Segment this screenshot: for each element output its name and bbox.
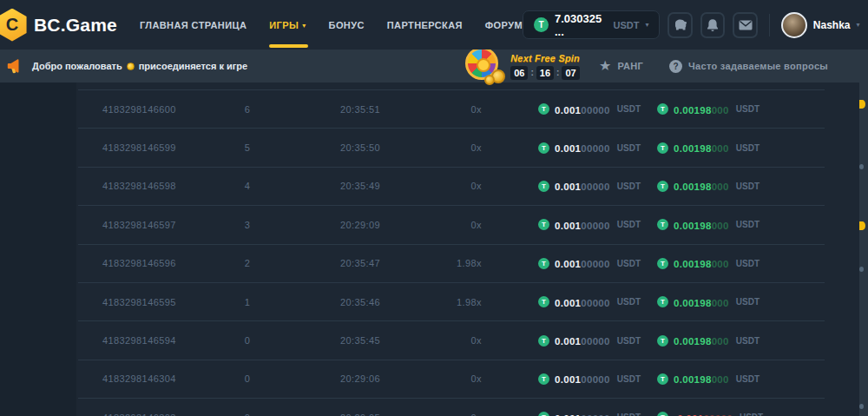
table-row[interactable]: 4183298146303 0 20:29:05 0x T 0.00100000… (78, 398, 825, 416)
user-menu[interactable]: Nashka ▾ (781, 12, 860, 38)
table-row[interactable]: 4183298146597 3 20:29:09 0x T 0.00100000… (78, 205, 825, 243)
next-free-spin-title: Next Free Spin (510, 53, 580, 63)
table-row[interactable]: 4183298146594 0 20:35:45 0x T 0.00100000… (78, 320, 825, 359)
bet-amount: T 0.00100000 USDT (482, 102, 647, 117)
messages-button[interactable] (733, 12, 757, 38)
bet-time: 20:35:51 (286, 104, 434, 115)
bet-time: 20:29:06 (286, 373, 434, 384)
amount-main: 0.00198 (674, 374, 712, 385)
tether-icon: T (657, 296, 668, 307)
table-row[interactable]: 4183298146600 6 20:35:51 0x T 0.00100000… (78, 89, 825, 128)
bet-amount: T 0.00100000 USDT (482, 294, 647, 310)
nav-item-games[interactable]: ИГРЫ ▾ (269, 0, 306, 50)
amount-zeros: 000 (712, 221, 729, 231)
bet-history-table: 4183298146600 6 20:35:51 0x T 0.00100000… (78, 83, 825, 416)
bet-id: 4183298146303 (78, 413, 208, 416)
tether-letter: T (661, 182, 665, 190)
vault-button[interactable] (667, 12, 692, 38)
currency-label: USDT (617, 413, 641, 416)
ticker-prefix: Добро пожаловать (32, 61, 122, 71)
dot-fragment-icon (859, 164, 864, 169)
amount-main: 0.001 (555, 374, 581, 385)
table-row[interactable]: 4183298146595 1 20:35:46 1.98x T 0.00100… (78, 282, 825, 320)
chevron-down-icon: ▾ (857, 21, 860, 29)
amount-zeros: 000 (712, 143, 729, 154)
nav-item-home[interactable]: ГЛАВНАЯ СТРАНИЦА (140, 0, 247, 50)
tether-letter: T (661, 337, 665, 345)
tether-letter: T (661, 260, 665, 267)
nav-item-affiliate[interactable]: ПАРТНЕРСКАЯ (387, 0, 463, 50)
bet-time: 20:35:49 (286, 181, 434, 191)
table-row[interactable]: 4183298146598 4 20:35:49 0x T 0.00100000… (78, 167, 825, 205)
amount-zeros: 00000 (581, 182, 609, 192)
bet-amount: T 0.00100000 USDT (482, 217, 647, 233)
tether-icon: T (538, 219, 549, 230)
amount-main: 0.00198 (674, 298, 712, 308)
chat-sidebar-sliver[interactable] (859, 50, 868, 416)
table-row[interactable]: 4183298146304 0 20:29:06 0x T 0.00100000… (78, 360, 825, 398)
bet-amount: T 0.00100000 USDT (482, 333, 647, 348)
bet-time: 20:29:05 (286, 413, 434, 416)
chevron-down-icon: ▾ (302, 22, 306, 30)
avatar (781, 12, 807, 38)
nav-item-label: ГЛАВНАЯ СТРАНИЦА (140, 20, 247, 30)
tether-letter: T (542, 375, 546, 383)
profit-amount: T 0.00198000 USDT (647, 371, 825, 386)
timer-separator: : (556, 68, 559, 77)
tether-letter: T (661, 144, 665, 152)
question-icon: ? (669, 60, 682, 73)
tether-icon: T (538, 335, 549, 347)
next-free-spin[interactable]: Next Free Spin 06 : 16 : 07 (510, 53, 580, 80)
currency-label: USDT (617, 104, 641, 114)
nav-item-forum[interactable]: ФОРУМ (485, 0, 523, 50)
balance-currency: USDT (613, 20, 639, 30)
amount-main: 0.001 (555, 182, 581, 192)
amount-main: 0.00198 (674, 182, 712, 192)
notifications-button[interactable] (700, 12, 725, 38)
coin-icon (127, 63, 135, 70)
bet-time: 20:35:45 (286, 335, 434, 346)
bet-id: 4183298146595 (78, 297, 208, 307)
tether-icon: T (657, 219, 668, 230)
bet-amount: T 0.00100000 USDT (482, 371, 647, 386)
bet-amount: T 0.00100000 USDT (482, 178, 647, 194)
bet-id: 4183298146600 (78, 104, 208, 115)
payout-multiplier: 0x (434, 104, 482, 115)
amount-zeros: 000 (712, 259, 729, 269)
round-number: 5 (208, 142, 286, 153)
payout-multiplier: 1.98x (434, 258, 482, 268)
nav-item-bonus[interactable]: БОНУС (329, 0, 365, 50)
emoji-fragment-icon (859, 221, 865, 230)
announcement-actions: Next Free Spin 06 : 16 : 07 ★ РАНГ ? Час… (464, 47, 828, 85)
payout-multiplier: 0x (434, 413, 482, 416)
tether-icon: T (538, 296, 549, 307)
amount-main: 0.00198 (674, 336, 712, 347)
header-actions: T 7.030325 ... USDT ▾ (523, 10, 868, 39)
round-number: 3 (208, 220, 286, 230)
balance-selector[interactable]: T 7.030325 ... USDT ▾ (523, 10, 660, 39)
rank-button[interactable]: ★ РАНГ (599, 59, 643, 73)
free-spin-wheel[interactable] (464, 47, 509, 85)
table-row[interactable]: 4183298146596 2 20:35:47 1.98x T 0.00100… (78, 244, 825, 282)
mail-icon (739, 20, 753, 30)
bet-id: 4183298146598 (78, 181, 208, 191)
tether-letter: T (661, 375, 665, 383)
bc-game-logo[interactable]: C BC.Game (2, 9, 117, 42)
currency-label: USDT (736, 297, 760, 307)
logo-text: BC.Game (34, 15, 117, 36)
faq-label: Часто задаваемые вопросы (688, 61, 828, 71)
table-row[interactable]: 4183298146599 5 20:35:50 0x T 0.00100000… (78, 128, 825, 166)
bet-time: 20:35:50 (286, 142, 434, 153)
amount-zeros: 00000 (581, 259, 609, 269)
bet-history-panel: 4183298146600 6 20:35:51 0x T 0.00100000… (0, 83, 868, 416)
header-divider (769, 14, 770, 36)
faq-button[interactable]: ? Часто задаваемые вопросы (669, 60, 828, 73)
amount-zeros: 00000 (581, 143, 609, 154)
bet-amount: T 0.00100000 USDT (482, 140, 647, 155)
payout-multiplier: 0x (434, 181, 482, 191)
amount-main: 0.00198 (674, 105, 712, 116)
amount-zeros: 00000 (581, 105, 609, 116)
bet-id: 4183298146594 (78, 335, 208, 346)
currency-label: USDT (736, 374, 760, 384)
currency-label: USDT (617, 297, 641, 307)
